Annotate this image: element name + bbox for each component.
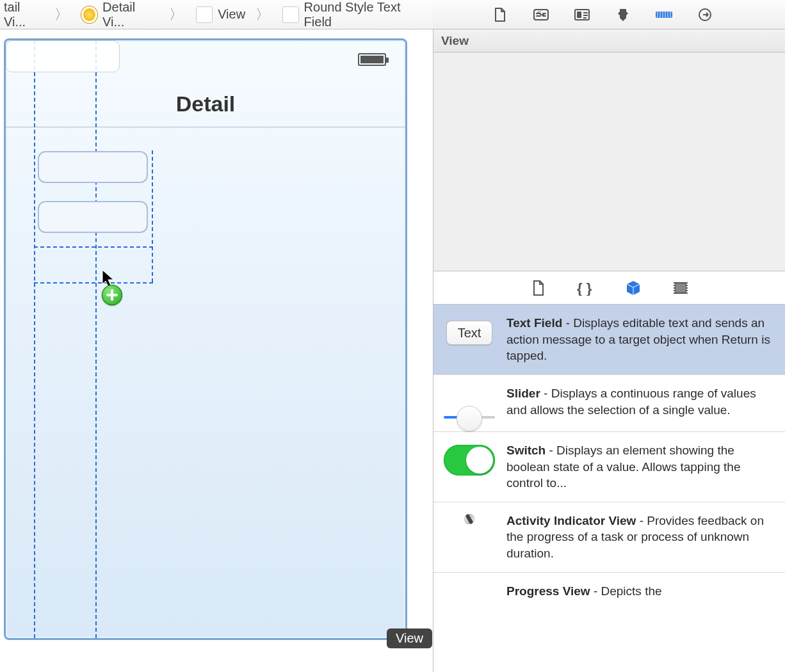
storyboard-canvas[interactable]: Detail [4,38,407,640]
library-item-description: Slider - Displays a continuous range of … [506,385,773,418]
library-item-thumb [444,442,495,478]
library-item-switch[interactable]: Switch - Displays an element showing the… [433,432,785,502]
library-item-title: Progress View [506,584,590,598]
library-item-thumb: Text [444,315,495,351]
inspector-header: View [433,29,785,52]
text-field[interactable] [38,201,148,233]
alignment-guide-vertical [95,40,97,638]
library-item-activity-indicator[interactable]: Activity Indicator View - Provides feedb… [433,502,785,573]
media-library-icon[interactable] [672,279,690,297]
text-field-drag-preview[interactable] [6,40,120,72]
inspector-empty-area [433,52,785,271]
breadcrumb-label: View [218,7,245,22]
text-field[interactable] [38,151,148,183]
quick-help-icon[interactable] [531,6,551,23]
library-item-thumb [444,513,495,548]
switch-thumb-icon [444,445,495,476]
alignment-guide-horizontal [34,246,153,248]
library-item-title: Slider [506,387,540,400]
alignment-guide-vertical [152,150,153,282]
breadcrumb-item[interactable]: tail Vi... 〉 [0,0,77,29]
library-item-description: Text Field - Displays editable text and … [506,315,773,364]
battery-icon [358,53,390,67]
library-item-description: Progress View - Depicts the [506,583,662,600]
attributes-inspector-icon[interactable] [613,6,633,23]
storyboard-scene-icon [81,6,97,23]
activity-indicator-thumb-icon [452,513,487,548]
library-item-text: - Depicts the [590,584,662,598]
size-inspector-icon[interactable] [654,6,674,23]
code-snippet-icon[interactable]: { } [577,279,595,297]
library-item-title: Text Field [506,316,562,330]
file-template-icon[interactable] [530,279,547,297]
drag-add-badge-icon [102,285,122,305]
library-item-description: Switch - Displays an element showing the… [506,442,773,492]
chevron-right-icon: 〉 [250,5,275,24]
library-item-text-field[interactable]: Text Text Field - Displays editable text… [433,305,785,375]
navigation-bar-separator [6,127,405,127]
chevron-right-icon: 〉 [49,5,74,24]
library-item-slider[interactable]: Slider - Displays a continuous range of … [433,375,785,432]
breadcrumb-label: Round Style Text Field [304,0,429,29]
library-item-thumb [444,385,495,421]
breadcrumb-label: Detail Vi... [102,0,159,29]
identity-inspector-icon[interactable] [572,6,592,23]
text-field-thumb-icon: Text [446,321,492,345]
breadcrumb-item[interactable]: Detail Vi... 〉 [77,0,192,29]
library-item-title: Switch [506,444,546,457]
object-library-list[interactable]: Text Text Field - Displays editable text… [433,305,785,672]
alignment-guide-vertical [34,40,35,638]
library-tab-bar: { } [433,271,785,305]
utilities-pane: View { } Text Text Field - Displays edit… [433,29,785,672]
view-icon [196,6,213,23]
alignment-guide-horizontal [34,282,153,284]
svg-text:{ }: { } [577,280,592,296]
library-item-title: Activity Indicator View [506,514,636,527]
navigation-bar-title[interactable]: Detail [6,92,405,116]
breadcrumb-label: tail Vi... [4,0,44,29]
slider-thumb-icon [444,402,495,404]
library-item-thumb [444,583,495,619]
file-inspector-icon[interactable] [490,6,510,23]
breadcrumb-item[interactable]: View 〉 [192,5,279,24]
element-hover-label: View [387,628,432,648]
svg-rect-7 [676,284,686,292]
library-item-text: - Displays a continuous range of values … [506,387,756,417]
svg-rect-2 [577,12,581,18]
breadcrumb-item[interactable]: Round Style Text Field [279,0,433,29]
svg-rect-3 [656,12,672,18]
textfield-icon [282,6,298,23]
connections-inspector-icon[interactable] [695,6,715,23]
chevron-right-icon: 〉 [164,5,188,24]
object-library-icon[interactable] [624,279,642,297]
inspector-tab-bar [433,0,785,29]
library-item-progress-view[interactable]: Progress View - Depicts the [433,573,785,629]
library-item-description: Activity Indicator View - Provides feedb… [506,513,773,562]
